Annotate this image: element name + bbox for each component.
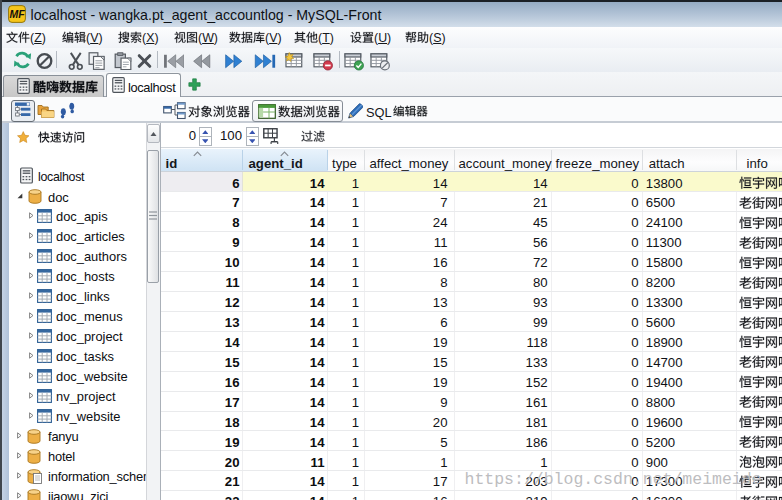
svg-text:MF: MF [9, 8, 25, 20]
